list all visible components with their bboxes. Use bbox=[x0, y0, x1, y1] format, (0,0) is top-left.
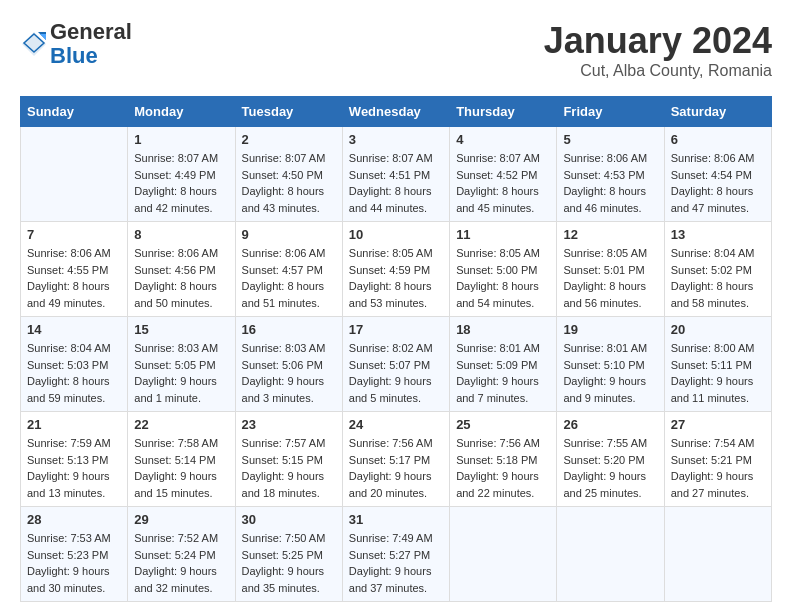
day-number: 10 bbox=[349, 227, 443, 242]
calendar-day-cell: 26Sunrise: 7:55 AMSunset: 5:20 PMDayligh… bbox=[557, 412, 664, 507]
calendar-day-cell: 2Sunrise: 8:07 AMSunset: 4:50 PMDaylight… bbox=[235, 127, 342, 222]
day-info: Sunrise: 8:00 AMSunset: 5:11 PMDaylight:… bbox=[671, 340, 765, 406]
calendar-week-row: 21Sunrise: 7:59 AMSunset: 5:13 PMDayligh… bbox=[21, 412, 772, 507]
calendar-day-cell: 19Sunrise: 8:01 AMSunset: 5:10 PMDayligh… bbox=[557, 317, 664, 412]
day-info: Sunrise: 7:54 AMSunset: 5:21 PMDaylight:… bbox=[671, 435, 765, 501]
day-info: Sunrise: 7:58 AMSunset: 5:14 PMDaylight:… bbox=[134, 435, 228, 501]
day-info: Sunrise: 8:05 AMSunset: 5:01 PMDaylight:… bbox=[563, 245, 657, 311]
calendar-table: SundayMondayTuesdayWednesdayThursdayFrid… bbox=[20, 96, 772, 602]
day-number: 24 bbox=[349, 417, 443, 432]
day-info: Sunrise: 8:04 AMSunset: 5:02 PMDaylight:… bbox=[671, 245, 765, 311]
day-info: Sunrise: 7:52 AMSunset: 5:24 PMDaylight:… bbox=[134, 530, 228, 596]
day-of-week-header: Tuesday bbox=[235, 97, 342, 127]
month-title: January 2024 bbox=[544, 20, 772, 62]
day-info: Sunrise: 7:57 AMSunset: 5:15 PMDaylight:… bbox=[242, 435, 336, 501]
day-info: Sunrise: 8:03 AMSunset: 5:05 PMDaylight:… bbox=[134, 340, 228, 406]
day-info: Sunrise: 8:05 AMSunset: 4:59 PMDaylight:… bbox=[349, 245, 443, 311]
calendar-day-cell: 20Sunrise: 8:00 AMSunset: 5:11 PMDayligh… bbox=[664, 317, 771, 412]
calendar-day-cell: 12Sunrise: 8:05 AMSunset: 5:01 PMDayligh… bbox=[557, 222, 664, 317]
calendar-day-cell: 22Sunrise: 7:58 AMSunset: 5:14 PMDayligh… bbox=[128, 412, 235, 507]
day-info: Sunrise: 8:06 AMSunset: 4:54 PMDaylight:… bbox=[671, 150, 765, 216]
calendar-week-row: 7Sunrise: 8:06 AMSunset: 4:55 PMDaylight… bbox=[21, 222, 772, 317]
day-number: 5 bbox=[563, 132, 657, 147]
day-info: Sunrise: 8:06 AMSunset: 4:55 PMDaylight:… bbox=[27, 245, 121, 311]
day-number: 4 bbox=[456, 132, 550, 147]
calendar-week-row: 1Sunrise: 8:07 AMSunset: 4:49 PMDaylight… bbox=[21, 127, 772, 222]
day-number: 27 bbox=[671, 417, 765, 432]
calendar-day-cell: 6Sunrise: 8:06 AMSunset: 4:54 PMDaylight… bbox=[664, 127, 771, 222]
day-number: 13 bbox=[671, 227, 765, 242]
day-number: 28 bbox=[27, 512, 121, 527]
logo-general-text: General bbox=[50, 19, 132, 44]
day-number: 1 bbox=[134, 132, 228, 147]
day-info: Sunrise: 8:07 AMSunset: 4:52 PMDaylight:… bbox=[456, 150, 550, 216]
calendar-day-cell: 5Sunrise: 8:06 AMSunset: 4:53 PMDaylight… bbox=[557, 127, 664, 222]
calendar-day-cell: 28Sunrise: 7:53 AMSunset: 5:23 PMDayligh… bbox=[21, 507, 128, 602]
day-info: Sunrise: 8:03 AMSunset: 5:06 PMDaylight:… bbox=[242, 340, 336, 406]
calendar-header-row: SundayMondayTuesdayWednesdayThursdayFrid… bbox=[21, 97, 772, 127]
day-number: 15 bbox=[134, 322, 228, 337]
calendar-day-cell: 7Sunrise: 8:06 AMSunset: 4:55 PMDaylight… bbox=[21, 222, 128, 317]
calendar-day-cell: 29Sunrise: 7:52 AMSunset: 5:24 PMDayligh… bbox=[128, 507, 235, 602]
logo: General Blue bbox=[20, 20, 132, 68]
calendar-week-row: 28Sunrise: 7:53 AMSunset: 5:23 PMDayligh… bbox=[21, 507, 772, 602]
day-number: 29 bbox=[134, 512, 228, 527]
day-info: Sunrise: 8:04 AMSunset: 5:03 PMDaylight:… bbox=[27, 340, 121, 406]
day-info: Sunrise: 7:56 AMSunset: 5:18 PMDaylight:… bbox=[456, 435, 550, 501]
calendar-day-cell bbox=[664, 507, 771, 602]
day-info: Sunrise: 7:49 AMSunset: 5:27 PMDaylight:… bbox=[349, 530, 443, 596]
day-number: 30 bbox=[242, 512, 336, 527]
day-number: 26 bbox=[563, 417, 657, 432]
calendar-day-cell: 10Sunrise: 8:05 AMSunset: 4:59 PMDayligh… bbox=[342, 222, 449, 317]
calendar-day-cell bbox=[21, 127, 128, 222]
day-of-week-header: Wednesday bbox=[342, 97, 449, 127]
calendar-day-cell: 1Sunrise: 8:07 AMSunset: 4:49 PMDaylight… bbox=[128, 127, 235, 222]
calendar-day-cell: 14Sunrise: 8:04 AMSunset: 5:03 PMDayligh… bbox=[21, 317, 128, 412]
day-of-week-header: Monday bbox=[128, 97, 235, 127]
calendar-day-cell: 13Sunrise: 8:04 AMSunset: 5:02 PMDayligh… bbox=[664, 222, 771, 317]
day-number: 3 bbox=[349, 132, 443, 147]
day-number: 6 bbox=[671, 132, 765, 147]
day-info: Sunrise: 8:06 AMSunset: 4:56 PMDaylight:… bbox=[134, 245, 228, 311]
page-header: General Blue January 2024 Cut, Alba Coun… bbox=[20, 20, 772, 80]
calendar-day-cell: 18Sunrise: 8:01 AMSunset: 5:09 PMDayligh… bbox=[450, 317, 557, 412]
day-info: Sunrise: 7:55 AMSunset: 5:20 PMDaylight:… bbox=[563, 435, 657, 501]
day-of-week-header: Thursday bbox=[450, 97, 557, 127]
location-title: Cut, Alba County, Romania bbox=[544, 62, 772, 80]
calendar-day-cell: 31Sunrise: 7:49 AMSunset: 5:27 PMDayligh… bbox=[342, 507, 449, 602]
day-number: 14 bbox=[27, 322, 121, 337]
calendar-day-cell: 30Sunrise: 7:50 AMSunset: 5:25 PMDayligh… bbox=[235, 507, 342, 602]
calendar-week-row: 14Sunrise: 8:04 AMSunset: 5:03 PMDayligh… bbox=[21, 317, 772, 412]
day-number: 20 bbox=[671, 322, 765, 337]
day-number: 31 bbox=[349, 512, 443, 527]
day-info: Sunrise: 8:01 AMSunset: 5:10 PMDaylight:… bbox=[563, 340, 657, 406]
day-number: 18 bbox=[456, 322, 550, 337]
day-number: 21 bbox=[27, 417, 121, 432]
day-of-week-header: Sunday bbox=[21, 97, 128, 127]
day-info: Sunrise: 7:59 AMSunset: 5:13 PMDaylight:… bbox=[27, 435, 121, 501]
day-number: 22 bbox=[134, 417, 228, 432]
calendar-day-cell: 25Sunrise: 7:56 AMSunset: 5:18 PMDayligh… bbox=[450, 412, 557, 507]
day-info: Sunrise: 8:06 AMSunset: 4:57 PMDaylight:… bbox=[242, 245, 336, 311]
day-info: Sunrise: 7:53 AMSunset: 5:23 PMDaylight:… bbox=[27, 530, 121, 596]
day-info: Sunrise: 7:56 AMSunset: 5:17 PMDaylight:… bbox=[349, 435, 443, 501]
calendar-day-cell bbox=[450, 507, 557, 602]
day-info: Sunrise: 8:07 AMSunset: 4:51 PMDaylight:… bbox=[349, 150, 443, 216]
calendar-day-cell bbox=[557, 507, 664, 602]
day-info: Sunrise: 8:07 AMSunset: 4:49 PMDaylight:… bbox=[134, 150, 228, 216]
day-number: 25 bbox=[456, 417, 550, 432]
day-number: 9 bbox=[242, 227, 336, 242]
calendar-day-cell: 8Sunrise: 8:06 AMSunset: 4:56 PMDaylight… bbox=[128, 222, 235, 317]
calendar-day-cell: 4Sunrise: 8:07 AMSunset: 4:52 PMDaylight… bbox=[450, 127, 557, 222]
calendar-day-cell: 3Sunrise: 8:07 AMSunset: 4:51 PMDaylight… bbox=[342, 127, 449, 222]
logo-blue-text: Blue bbox=[50, 43, 98, 68]
calendar-day-cell: 27Sunrise: 7:54 AMSunset: 5:21 PMDayligh… bbox=[664, 412, 771, 507]
day-number: 23 bbox=[242, 417, 336, 432]
day-number: 11 bbox=[456, 227, 550, 242]
day-number: 12 bbox=[563, 227, 657, 242]
day-info: Sunrise: 8:02 AMSunset: 5:07 PMDaylight:… bbox=[349, 340, 443, 406]
day-of-week-header: Saturday bbox=[664, 97, 771, 127]
day-of-week-header: Friday bbox=[557, 97, 664, 127]
day-info: Sunrise: 8:01 AMSunset: 5:09 PMDaylight:… bbox=[456, 340, 550, 406]
day-number: 17 bbox=[349, 322, 443, 337]
